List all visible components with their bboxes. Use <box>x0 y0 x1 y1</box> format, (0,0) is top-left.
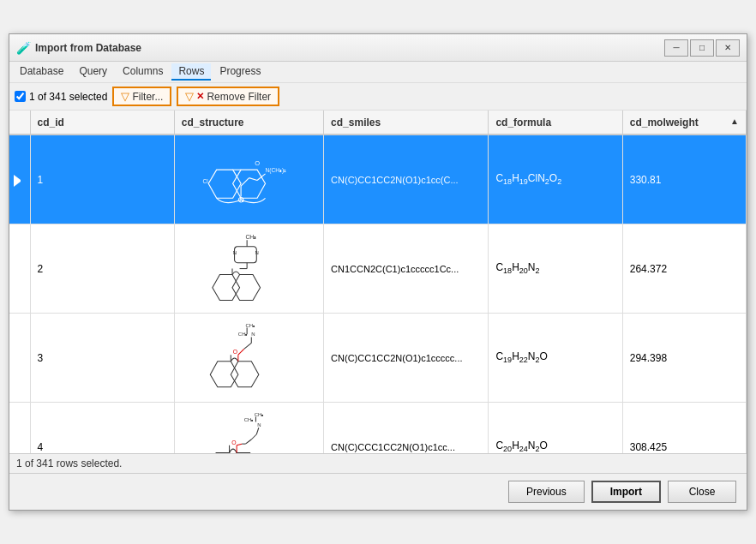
svg-rect-14 <box>234 246 256 262</box>
row-selector <box>9 224 30 314</box>
window-title: Import from Database <box>35 42 664 54</box>
main-window: 🧪 Import from Database ─ □ ✕ Database Qu… <box>9 33 747 511</box>
table-row[interactable]: 1 <box>9 135 747 224</box>
svg-text:N: N <box>257 421 261 427</box>
scroll-up-arrow[interactable]: ▲ <box>730 117 739 126</box>
cell-formula: C19H22N2O <box>489 314 622 403</box>
row-selector <box>9 403 30 454</box>
svg-line-39 <box>251 433 256 439</box>
row-selector <box>9 314 30 403</box>
cell-smiles: CN1CCN2C(C1)c1ccccc1Cc... <box>324 224 489 314</box>
col-header-cd-smiles[interactable]: cd_smiles <box>324 111 489 135</box>
cell-formula: C20H24N2O <box>489 403 622 454</box>
col-header-cd-formula[interactable]: cd_formula <box>489 111 622 135</box>
cell-id: 4 <box>30 403 174 454</box>
status-bar: 1 of 341 rows selected. <box>9 453 747 473</box>
cell-structure: CH₃ N N <box>174 224 323 314</box>
svg-marker-19 <box>232 274 261 300</box>
col-header-cd-id[interactable]: cd_id <box>30 111 174 135</box>
selection-checkbox-label[interactable]: 1 of 341 selected <box>15 91 107 103</box>
svg-line-9 <box>257 173 265 180</box>
table-header-row: cd_id cd_structure cd_smiles cd_formula … <box>9 111 747 135</box>
svg-text:N: N <box>255 250 258 255</box>
cell-smiles: CN(C)CCC1CC2N(O1)c1cc... <box>324 403 489 454</box>
selection-checkbox[interactable] <box>15 91 26 102</box>
previous-button[interactable]: Previous <box>508 481 585 503</box>
svg-marker-2 <box>233 170 266 198</box>
data-table-container: cd_id cd_structure cd_smiles cd_formula … <box>9 111 747 453</box>
cell-molweight: 330.81 <box>622 135 746 224</box>
table-row[interactable]: 3 CH₃ N CH₃ <box>9 314 747 403</box>
window-close-button[interactable]: ✕ <box>716 39 740 57</box>
cell-molweight: 308.425 <box>622 403 746 454</box>
menu-progress[interactable]: Progress <box>213 63 267 81</box>
cell-id: 3 <box>30 314 174 403</box>
row-selector <box>9 135 30 224</box>
minimize-button[interactable]: ─ <box>664 39 688 57</box>
col-header-cd-molweight[interactable]: cd_molweight ▲ <box>622 111 746 135</box>
cell-structure: CH₃ N CH₃ <box>174 314 323 403</box>
cell-id: 1 <box>30 135 174 224</box>
cell-smiles: CN(C)CC1CC2N(O1)c1cc(C... <box>324 135 489 224</box>
window-controls: ─ □ ✕ <box>664 39 740 57</box>
svg-text:O: O <box>231 439 236 445</box>
svg-line-40 <box>245 439 251 443</box>
maximize-button[interactable]: □ <box>690 39 714 57</box>
svg-line-6 <box>241 177 249 185</box>
svg-marker-29 <box>231 361 259 386</box>
svg-line-27 <box>243 343 251 349</box>
cell-structure: CH₃ CH₃ N <box>174 403 323 454</box>
svg-text:N: N <box>233 250 237 255</box>
close-button[interactable]: Close <box>668 481 736 503</box>
cell-molweight: 264.372 <box>622 224 746 314</box>
svg-text:CH₃: CH₃ <box>245 234 256 240</box>
svg-text:CH₃: CH₃ <box>238 331 249 336</box>
cell-formula: C18H19ClN2O2 <box>489 135 622 224</box>
app-icon: 🧪 <box>16 41 30 55</box>
col-header-cd-structure[interactable]: cd_structure <box>174 111 323 135</box>
col-header-arrow <box>9 111 30 135</box>
svg-text:CH₃: CH₃ <box>254 411 264 416</box>
menu-bar: Database Query Columns Rows Progress <box>9 62 747 83</box>
menu-rows[interactable]: Rows <box>171 63 211 81</box>
table-row[interactable]: 4 CH₃ CH₃ N <box>9 403 747 454</box>
svg-marker-0 <box>208 170 241 198</box>
svg-text:O: O <box>255 159 260 167</box>
remove-x-icon: ✕ <box>196 91 204 102</box>
import-button[interactable]: Import <box>591 481 661 503</box>
svg-marker-41 <box>208 452 237 453</box>
svg-text:CH₃: CH₃ <box>245 322 255 327</box>
svg-text:Cl: Cl <box>202 178 208 184</box>
svg-line-38 <box>256 427 259 434</box>
cell-molweight: 294.398 <box>622 314 746 403</box>
menu-database[interactable]: Database <box>13 63 70 81</box>
remove-filter-funnel-icon: ▽ <box>185 90 194 103</box>
cell-smiles: CN(C)CC1CC2N(O1)c1ccccc... <box>324 314 489 403</box>
filter-label: Filter... <box>132 91 163 103</box>
remove-filter-label: Remove Filter <box>207 91 271 103</box>
menu-columns[interactable]: Columns <box>116 63 170 81</box>
cell-id: 2 <box>30 224 174 314</box>
status-text: 1 of 341 rows selected. <box>16 457 122 469</box>
svg-text:N: N <box>251 331 255 336</box>
svg-marker-28 <box>210 361 238 386</box>
svg-text:N(CH₃)₂: N(CH₃)₂ <box>265 166 286 173</box>
svg-line-46 <box>237 444 242 445</box>
data-table: cd_id cd_structure cd_smiles cd_formula … <box>9 111 747 453</box>
svg-marker-18 <box>213 274 240 300</box>
selection-count: 1 of 341 selected <box>29 91 107 103</box>
svg-text:O: O <box>233 349 237 355</box>
bottom-bar: Previous Import Close <box>9 473 747 510</box>
svg-marker-42 <box>229 452 257 453</box>
svg-line-32 <box>238 349 244 355</box>
remove-filter-button[interactable]: ▽ ✕ Remove Filter <box>177 87 279 106</box>
filter-button[interactable]: ▽ Filter... <box>112 87 171 106</box>
toolbar: 1 of 341 selected ▽ Filter... ▽ ✕ Remove… <box>9 83 747 111</box>
svg-text:CH₃: CH₃ <box>243 417 254 422</box>
svg-line-7 <box>249 177 256 180</box>
svg-text:N: N <box>239 196 243 204</box>
cell-formula: C18H20N2 <box>489 224 622 314</box>
cell-structure: N O N(CH₃)₂ Cl <box>174 135 323 224</box>
table-row[interactable]: 2 CH₃ N N <box>9 224 747 314</box>
menu-query[interactable]: Query <box>72 63 114 81</box>
